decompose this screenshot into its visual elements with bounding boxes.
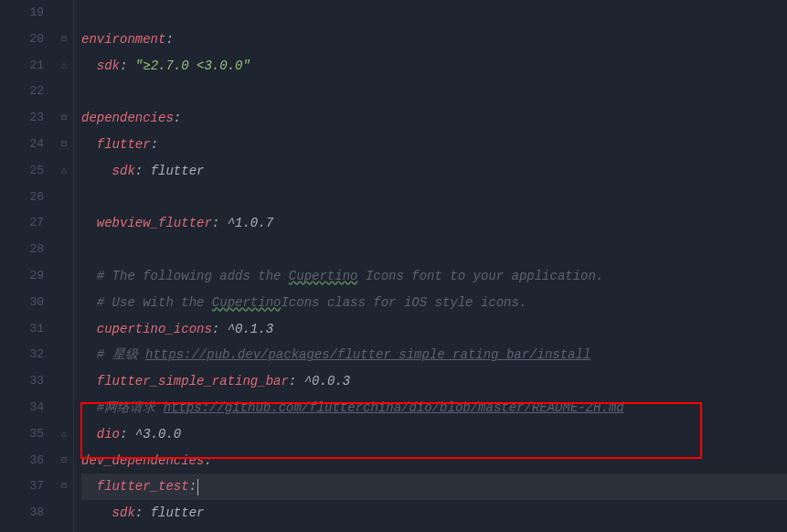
fold-marker xyxy=(55,500,73,527)
code-line[interactable] xyxy=(81,79,787,105)
code-line[interactable]: sdk: flutter xyxy=(81,158,787,185)
fold-marker xyxy=(55,263,73,290)
code-line[interactable]: # The following adds the Cupertino Icons… xyxy=(81,263,787,290)
line-number: 23 xyxy=(0,105,44,132)
code-token: https://pub.dev/packages/flutter_simple_… xyxy=(145,347,590,362)
line-number: 33 xyxy=(0,368,44,395)
line-number-gutter: 1920212223242526272829303132333435363738 xyxy=(0,0,55,532)
line-number: 37 xyxy=(0,473,44,500)
line-number: 31 xyxy=(0,316,44,343)
code-token: Icons class for iOS style icons. xyxy=(281,295,526,310)
code-token: Icons font to your application. xyxy=(357,269,603,283)
code-line[interactable] xyxy=(81,185,787,211)
code-token: : xyxy=(165,32,173,47)
fold-marker[interactable]: ⊟ xyxy=(55,27,73,53)
code-token: : xyxy=(289,374,304,388)
line-number: 36 xyxy=(0,448,44,474)
code-line[interactable]: # 星级 https://pub.dev/packages/flutter_si… xyxy=(81,342,787,368)
code-line[interactable]: cupertino_icons: ^0.1.3 xyxy=(81,316,787,343)
code-token: : xyxy=(120,427,135,442)
fold-marker xyxy=(55,342,73,368)
code-line[interactable] xyxy=(81,237,787,263)
code-token: flutter xyxy=(151,164,205,178)
code-line[interactable]: #网络请求 https://github.com/flutterchina/di… xyxy=(81,395,787,421)
code-token: #网络请求 xyxy=(97,400,164,415)
line-number: 24 xyxy=(0,132,44,158)
line-number: 26 xyxy=(0,185,44,211)
code-token: "≥2.7.0 <3.0.0" xyxy=(135,59,250,73)
code-token: : xyxy=(212,216,228,230)
code-token: : xyxy=(189,479,197,494)
fold-marker xyxy=(55,237,73,263)
code-token: flutter_simple_rating_bar xyxy=(97,374,289,388)
code-area[interactable]: environment: sdk: "≥2.7.0 <3.0.0"depende… xyxy=(73,0,787,532)
fold-marker xyxy=(55,316,73,343)
line-number: 21 xyxy=(0,53,44,80)
fold-column: ⊟△⊟⊟△△⊟⊟ xyxy=(55,0,73,532)
code-token: flutter xyxy=(97,137,151,152)
fold-marker[interactable]: △ xyxy=(55,53,73,80)
code-token: sdk xyxy=(112,505,135,520)
line-number: 35 xyxy=(0,421,44,448)
fold-marker xyxy=(55,79,73,105)
code-line[interactable]: dev_dependencies: xyxy=(81,448,787,474)
code-token: # 星级 xyxy=(97,347,145,362)
code-token: # The following adds the xyxy=(97,269,289,283)
code-token: sdk xyxy=(112,164,135,178)
code-line[interactable]: environment: xyxy=(81,27,787,53)
code-line[interactable]: dio: ^3.0.0 xyxy=(81,421,787,448)
code-token: ^1.0.7 xyxy=(228,216,273,230)
code-token: flutter xyxy=(151,505,205,520)
line-number: 25 xyxy=(0,158,44,185)
code-line[interactable]: webview_flutter: ^1.0.7 xyxy=(81,210,787,237)
fold-marker xyxy=(55,395,73,421)
code-token: Cupertino xyxy=(212,295,282,310)
code-token: dependencies xyxy=(81,111,174,125)
fold-marker[interactable]: △ xyxy=(55,158,73,185)
fold-marker[interactable]: △ xyxy=(55,421,73,448)
code-line[interactable]: flutter_test: xyxy=(81,473,787,500)
code-token: # Use with the xyxy=(97,295,212,310)
code-token: ^0.0.3 xyxy=(304,374,350,388)
code-editor[interactable]: 1920212223242526272829303132333435363738… xyxy=(0,0,787,532)
line-number: 20 xyxy=(0,27,44,53)
line-number: 38 xyxy=(0,500,44,527)
code-token: ^0.1.3 xyxy=(228,322,273,336)
code-token: dev_dependencies xyxy=(81,453,204,468)
text-cursor xyxy=(197,479,198,495)
code-line[interactable] xyxy=(81,0,787,27)
code-token: : xyxy=(135,505,151,520)
code-token: : xyxy=(204,453,211,468)
code-token: : xyxy=(151,137,158,152)
code-token: dio xyxy=(97,427,120,442)
code-token: flutter_test xyxy=(97,479,189,494)
fold-marker[interactable]: ⊟ xyxy=(55,132,73,158)
line-number: 34 xyxy=(0,395,44,421)
line-number: 29 xyxy=(0,263,44,290)
fold-marker xyxy=(55,185,73,211)
code-line[interactable]: flutter: xyxy=(81,132,787,158)
fold-marker xyxy=(55,0,73,27)
code-token: ^3.0.0 xyxy=(135,427,181,442)
code-token: https://github.com/flutterchina/dio/blob… xyxy=(164,400,624,415)
line-number: 30 xyxy=(0,290,44,316)
code-line[interactable]: sdk: flutter xyxy=(81,500,787,527)
line-number: 22 xyxy=(0,79,44,105)
fold-marker[interactable]: ⊟ xyxy=(55,105,73,132)
fold-marker xyxy=(55,368,73,395)
code-line[interactable]: # Use with the CupertinoIcons class for … xyxy=(81,290,787,316)
code-token: : xyxy=(135,164,151,178)
fold-marker xyxy=(55,290,73,316)
fold-marker[interactable]: ⊟ xyxy=(55,473,73,500)
code-token: webview_flutter xyxy=(97,216,212,230)
line-number: 28 xyxy=(0,237,44,263)
fold-marker xyxy=(55,210,73,237)
code-line[interactable]: flutter_simple_rating_bar: ^0.0.3 xyxy=(81,368,787,395)
code-token: : xyxy=(120,59,135,73)
line-number: 19 xyxy=(0,0,44,27)
code-line[interactable]: sdk: "≥2.7.0 <3.0.0" xyxy=(81,53,787,80)
code-line[interactable]: dependencies: xyxy=(81,105,787,132)
code-token: : xyxy=(174,111,181,125)
fold-marker[interactable]: ⊟ xyxy=(55,448,73,474)
code-token: sdk xyxy=(97,59,120,73)
